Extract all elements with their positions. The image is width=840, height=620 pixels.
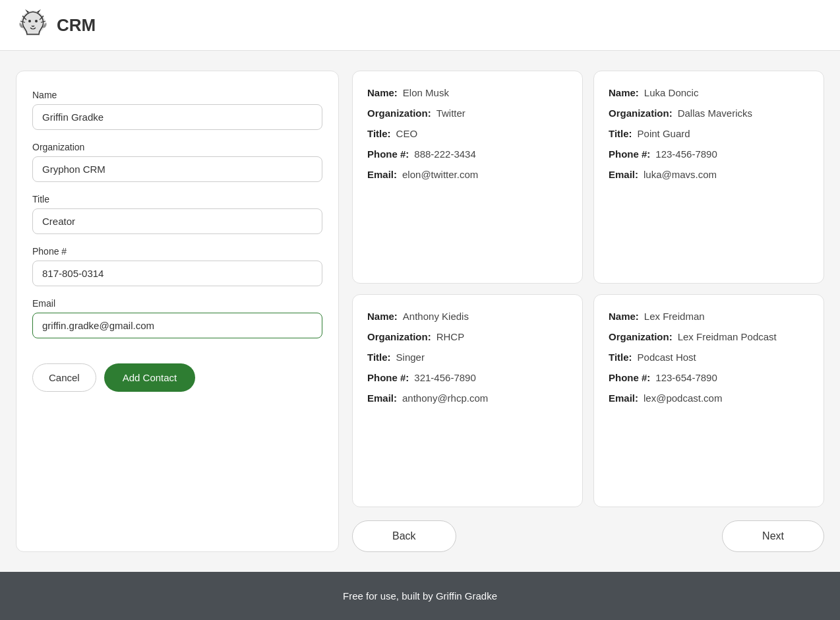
contact-phone-row: Phone #: 123-654-7890 xyxy=(609,372,809,383)
app-header: CRM xyxy=(0,0,840,51)
contact-phone-row: Phone #: 123-456-7890 xyxy=(609,148,809,160)
phone-field-label: Phone #: xyxy=(609,148,650,160)
contact-name-value: Lex Freidman xyxy=(644,311,705,322)
next-button[interactable]: Next xyxy=(722,520,824,552)
phone-field-label: Phone #: xyxy=(609,372,650,383)
contact-name-row: Name: Elon Musk xyxy=(367,87,568,98)
back-button[interactable]: Back xyxy=(352,520,456,552)
logo-icon xyxy=(16,8,50,42)
email-field-label: Email: xyxy=(609,392,638,404)
email-field-label: Email: xyxy=(609,169,638,180)
org-field-label: Organization: xyxy=(609,108,673,119)
contact-title-row: Title: Podcast Host xyxy=(609,352,809,363)
contact-card: Name: Anthony Kiedis Organization: RHCP … xyxy=(352,294,583,507)
footer: Free for use, built by Griffin Gradke xyxy=(0,572,840,620)
logo-container: CRM xyxy=(16,8,96,42)
contact-org-row: Organization: Twitter xyxy=(367,108,568,119)
title-label: Title xyxy=(32,194,322,204)
name-field-label: Name: xyxy=(609,311,639,322)
phone-field-label: Phone #: xyxy=(367,148,409,160)
org-label: Organization xyxy=(32,142,322,152)
phone-field-label: Phone #: xyxy=(367,372,409,383)
title-input[interactable] xyxy=(32,208,322,234)
phone-input[interactable] xyxy=(32,261,322,286)
main-content: Name Organization Title Phone # Email Ca… xyxy=(0,51,840,572)
name-input[interactable] xyxy=(32,104,322,130)
org-field-label: Organization: xyxy=(367,108,431,119)
name-field-label: Name: xyxy=(609,87,639,98)
contact-phone-value: 888-222-3434 xyxy=(414,148,475,160)
email-field-label: Email: xyxy=(367,169,397,180)
contact-title-value: Podcast Host xyxy=(638,352,696,363)
contact-name-value: Elon Musk xyxy=(403,87,449,98)
contacts-grid: Name: Elon Musk Organization: Twitter Ti… xyxy=(352,71,824,507)
contacts-panel: Name: Elon Musk Organization: Twitter Ti… xyxy=(352,71,824,552)
title-field-label: Title: xyxy=(609,128,632,139)
contact-phone-value: 321-456-7890 xyxy=(414,372,475,383)
contact-title-value: Singer xyxy=(396,352,425,363)
contact-name-row: Name: Lex Freidman xyxy=(609,311,809,322)
contact-email-row: Email: elon@twitter.com xyxy=(367,169,568,180)
contact-org-value: Twitter xyxy=(436,108,465,119)
contact-org-row: Organization: Lex Freidman Podcast xyxy=(609,331,809,342)
contact-phone-value: 123-654-7890 xyxy=(655,372,717,383)
contact-name-row: Name: Anthony Kiedis xyxy=(367,311,568,322)
phone-field-group: Phone # xyxy=(32,246,322,286)
title-field-label: Title: xyxy=(609,352,632,363)
org-field-label: Organization: xyxy=(367,331,431,342)
name-field-group: Name xyxy=(32,90,322,130)
contact-email-row: Email: anthony@rhcp.com xyxy=(367,392,568,404)
contact-name-row: Name: Luka Doncic xyxy=(609,87,809,98)
contact-email-row: Email: luka@mavs.com xyxy=(609,169,809,180)
contact-card: Name: Lex Freidman Organization: Lex Fre… xyxy=(593,294,824,507)
contact-org-row: Organization: RHCP xyxy=(367,331,568,342)
name-field-label: Name: xyxy=(367,311,398,322)
contact-org-value: RHCP xyxy=(436,331,465,342)
name-field-label: Name: xyxy=(367,87,398,98)
contact-email-value: anthony@rhcp.com xyxy=(402,392,488,404)
contact-org-row: Organization: Dallas Mavericks xyxy=(609,108,809,119)
contact-title-value: Point Guard xyxy=(638,128,690,139)
contact-phone-row: Phone #: 888-222-3434 xyxy=(367,148,568,160)
email-label: Email xyxy=(32,298,322,309)
contact-email-value: luka@mavs.com xyxy=(644,169,717,180)
title-field-group: Title xyxy=(32,194,322,234)
svg-point-5 xyxy=(35,20,38,22)
title-field-label: Title: xyxy=(367,128,391,139)
contact-email-row: Email: lex@podcast.com xyxy=(609,392,809,404)
contact-name-value: Anthony Kiedis xyxy=(403,311,469,322)
email-field-label: Email: xyxy=(367,392,397,404)
contact-form: Name Organization Title Phone # Email Ca… xyxy=(16,71,339,552)
contact-email-value: lex@podcast.com xyxy=(644,392,722,404)
contact-org-value: Lex Freidman Podcast xyxy=(678,331,777,342)
form-buttons: Cancel Add Contact xyxy=(32,363,322,392)
contact-title-row: Title: CEO xyxy=(367,128,568,139)
org-field-label: Organization: xyxy=(609,331,673,342)
phone-label: Phone # xyxy=(32,246,322,257)
contact-card: Name: Luka Doncic Organization: Dallas M… xyxy=(593,71,824,284)
org-input[interactable] xyxy=(32,156,322,182)
name-label: Name xyxy=(32,90,322,100)
contact-phone-value: 123-456-7890 xyxy=(655,148,717,160)
footer-text: Free for use, built by Griffin Gradke xyxy=(343,590,497,602)
contact-email-value: elon@twitter.com xyxy=(402,169,478,180)
email-input[interactable] xyxy=(32,313,322,338)
contact-org-value: Dallas Mavericks xyxy=(678,108,752,119)
email-field-group: Email xyxy=(32,298,322,338)
title-field-label: Title: xyxy=(367,352,391,363)
org-field-group: Organization xyxy=(32,142,322,182)
app-title: CRM xyxy=(57,15,96,36)
add-contact-button[interactable]: Add Contact xyxy=(104,363,196,392)
pagination-bar: Back Next xyxy=(352,520,824,552)
contact-title-row: Title: Singer xyxy=(367,352,568,363)
contact-title-value: CEO xyxy=(396,128,418,139)
contact-phone-row: Phone #: 321-456-7890 xyxy=(367,372,568,383)
contact-name-value: Luka Doncic xyxy=(644,87,699,98)
cancel-button[interactable]: Cancel xyxy=(32,363,96,392)
contact-card: Name: Elon Musk Organization: Twitter Ti… xyxy=(352,71,583,284)
svg-point-4 xyxy=(28,20,31,22)
contact-title-row: Title: Point Guard xyxy=(609,128,809,139)
